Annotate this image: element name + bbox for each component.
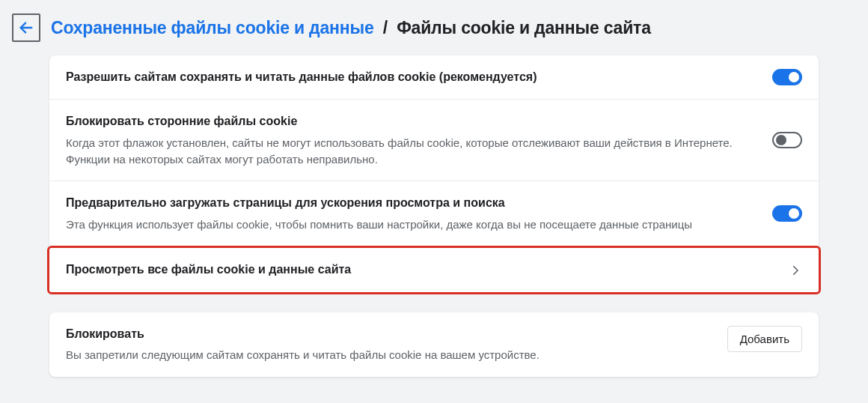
block-section-header: Блокировать Вы запретили следующим сайта… [49,312,819,377]
back-button[interactable] [12,13,40,42]
setting-title: Предварительно загружать страницы для ус… [66,195,757,211]
breadcrumb-link[interactable]: Сохраненные файлы cookie и данные [51,18,374,37]
setting-title: Просмотреть все файлы cookie и данные са… [66,261,774,278]
page-header: Сохраненные файлы cookie и данные / Файл… [0,0,868,55]
block-section-title: Блокировать [66,326,712,342]
setting-title: Разрешить сайтам сохранять и читать данн… [66,69,757,85]
arrow-left-icon [18,19,34,36]
breadcrumb-separator: / [383,18,388,37]
see-all-cookies-link[interactable]: Просмотреть все файлы cookie и данные са… [49,248,819,291]
add-button[interactable]: Добавить [727,326,802,352]
chevron-right-icon [789,264,802,277]
setting-allow-cookies: Разрешить сайтам сохранять и читать данн… [49,55,819,100]
toggle-allow-cookies[interactable] [772,69,802,85]
toggle-preload[interactable] [772,205,802,222]
setting-block-third-party: Блокировать сторонние файлы cookie Когда… [49,100,819,181]
setting-title: Блокировать сторонние файлы cookie [66,113,757,130]
breadcrumb-current: Файлы cookie и данные сайта [397,18,651,37]
highlighted-row-container: Просмотреть все файлы cookie и данные са… [47,246,821,294]
settings-card: Разрешить сайтам сохранять и читать данн… [49,55,819,246]
setting-preload: Предварительно загружать страницы для ус… [49,181,819,246]
breadcrumb: Сохраненные файлы cookie и данные / Файл… [51,18,651,38]
toggle-block-third-party[interactable] [772,132,802,148]
setting-description: Когда этот флажок установлен, сайты не м… [66,135,757,168]
setting-description: Эта функция использует файлы cookie, что… [66,216,757,233]
block-section-description: Вы запретили следующим сайтам сохранять … [66,347,712,363]
block-section-card: Блокировать Вы запретили следующим сайта… [49,312,819,377]
